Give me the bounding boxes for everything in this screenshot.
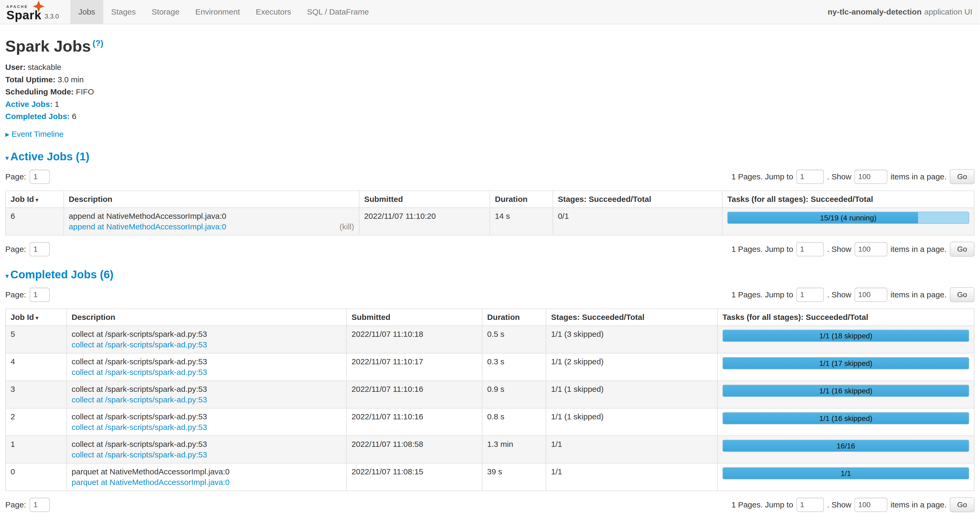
summary-uptime: Total Uptime: 3.0 min [5, 75, 974, 84]
job-description-link[interactable]: collect at /spark-scripts/spark-ad.py:53 [72, 450, 207, 459]
job-description-link[interactable]: parquet at NativeMethodAccessorImpl.java… [72, 478, 230, 487]
pages-jump-text: 1 Pages. Jump to [732, 500, 793, 509]
stages-cell: 1/1 (2 skipped) [546, 353, 718, 381]
description-cell: collect at /spark-scripts/spark-ad.py:53… [67, 436, 347, 463]
job-description-link[interactable]: append at NativeMethodAccessorImpl.java:… [69, 222, 226, 231]
completed-jobs-heading-text: Completed Jobs (6) [10, 268, 113, 281]
column-tasks[interactable]: Tasks (for all stages): Succeeded/Total [722, 191, 974, 208]
column-description[interactable]: Description [67, 309, 347, 326]
page-number-input[interactable] [30, 170, 50, 184]
tab-environment[interactable]: Environment [188, 0, 248, 24]
tab-storage[interactable]: Storage [144, 0, 188, 24]
page-label: Page: [5, 172, 26, 181]
scheduling-mode-value: FIFO [76, 87, 94, 96]
table-row: 1 collect at /spark-scripts/spark-ad.py:… [6, 436, 974, 463]
help-link[interactable]: (?) [92, 38, 103, 48]
column-tasks[interactable]: Tasks (for all stages): Succeeded/Total [718, 309, 974, 326]
go-button[interactable]: Go [950, 169, 974, 184]
event-timeline-toggle[interactable]: ▶Event Timeline [5, 130, 974, 139]
completed-jobs-count: 6 [72, 112, 76, 121]
tab-executors[interactable]: Executors [248, 0, 299, 24]
spark-ui-page: APACHE Spark 3.3.0 Jobs Stages Storage E… [0, 0, 980, 513]
table-row: 3 collect at /spark-scripts/spark-ad.py:… [6, 381, 974, 408]
job-description: append at NativeMethodAccessorImpl.java:… [69, 212, 354, 221]
progress-label: 1/1 (16 skipped) [723, 413, 969, 424]
duration-cell: 0.9 s [482, 381, 546, 408]
uptime-value: 3.0 min [58, 75, 84, 84]
table-row: 2 collect at /spark-scripts/spark-ad.py:… [6, 408, 974, 436]
pages-jump-text: 1 Pages. Jump to [732, 290, 793, 299]
page-number-input[interactable] [30, 498, 50, 512]
tasks-cell: 1/1 (16 skipped) [718, 381, 974, 408]
progress-label: 1/1 (17 skipped) [723, 358, 969, 369]
page-size-input[interactable] [854, 287, 888, 302]
column-duration[interactable]: Duration [482, 309, 546, 326]
column-stages[interactable]: Stages: Succeeded/Total [553, 191, 722, 208]
jump-to-input[interactable] [796, 498, 824, 512]
user-value: stackable [28, 63, 61, 71]
tasks-cell: 1/1 (16 skipped) [718, 408, 974, 436]
tasks-cell: 15/19 (4 running) [722, 208, 974, 235]
go-button[interactable]: Go [950, 287, 974, 302]
column-job-id[interactable]: Job Id▾ [6, 309, 67, 326]
table-header-row: Job Id▾ Description Submitted Duration S… [6, 309, 974, 326]
submitted-cell: 2022/11/07 11:10:18 [347, 326, 482, 353]
scheduling-mode-label: Scheduling Mode: [5, 87, 73, 96]
application-name: ny-tlc-anomaly-detection [827, 7, 921, 16]
collapse-down-icon: ▾ [5, 272, 9, 280]
tab-jobs[interactable]: Jobs [70, 0, 103, 24]
completed-jobs-heading[interactable]: ▾Completed Jobs (6) [5, 268, 974, 281]
duration-cell: 39 s [482, 463, 546, 491]
stages-cell: 1/1 [546, 463, 718, 491]
description-cell: collect at /spark-scripts/spark-ad.py:53… [67, 326, 347, 353]
submitted-cell: 2022/11/07 11:10:16 [347, 381, 482, 408]
jump-to-input[interactable] [796, 170, 824, 184]
job-description-link[interactable]: collect at /spark-scripts/spark-ad.py:53 [72, 423, 207, 432]
job-description-link[interactable]: collect at /spark-scripts/spark-ad.py:53 [72, 368, 207, 377]
items-text: items in a page. [891, 245, 947, 254]
stages-cell: 1/1 (1 skipped) [546, 381, 718, 408]
tab-sql-dataframe[interactable]: SQL / DataFrame [299, 0, 377, 24]
job-id-cell: 5 [6, 326, 67, 353]
jump-to-input[interactable] [796, 242, 824, 256]
sort-desc-icon: ▾ [35, 314, 38, 321]
page-size-input[interactable] [854, 498, 888, 512]
job-id-cell: 2 [6, 408, 67, 436]
active-jobs-count: 1 [55, 100, 59, 108]
column-job-id[interactable]: Job Id▾ [6, 191, 64, 208]
column-submitted[interactable]: Submitted [347, 309, 482, 326]
job-description-link[interactable]: collect at /spark-scripts/spark-ad.py:53 [72, 340, 207, 349]
job-id-cell: 4 [6, 353, 67, 381]
table-row: 4 collect at /spark-scripts/spark-ad.py:… [6, 353, 974, 381]
top-navbar: APACHE Spark 3.3.0 Jobs Stages Storage E… [0, 0, 980, 24]
go-button[interactable]: Go [950, 497, 974, 512]
submitted-cell: 2022/11/07 11:08:58 [347, 436, 482, 463]
pagination: Page: 1 Pages. Jump to . Show items in a… [5, 497, 974, 512]
go-button[interactable]: Go [950, 242, 974, 257]
show-text: . Show [827, 500, 851, 509]
column-stages[interactable]: Stages: Succeeded/Total [546, 309, 718, 326]
description-cell: collect at /spark-scripts/spark-ad.py:53… [67, 381, 347, 408]
active-jobs-link[interactable]: Active Jobs: [5, 100, 52, 108]
table-row: 6 append at NativeMethodAccessorImpl.jav… [6, 208, 974, 235]
tab-stages[interactable]: Stages [103, 0, 144, 24]
column-duration[interactable]: Duration [490, 191, 553, 208]
column-description[interactable]: Description [64, 191, 359, 208]
page-number-input[interactable] [30, 242, 50, 256]
submitted-cell: 2022/11/07 11:08:15 [347, 463, 482, 491]
spark-logo[interactable]: APACHE Spark 3.3.0 [0, 0, 63, 24]
jump-to-input[interactable] [796, 287, 824, 302]
page-size-input[interactable] [854, 170, 888, 184]
active-jobs-heading[interactable]: ▾Active Jobs (1) [5, 150, 974, 163]
pagination: Page: 1 Pages. Jump to . Show items in a… [5, 287, 974, 302]
job-description: collect at /spark-scripts/spark-ad.py:53 [72, 440, 342, 449]
column-submitted[interactable]: Submitted [359, 191, 490, 208]
job-description-link[interactable]: collect at /spark-scripts/spark-ad.py:53 [72, 395, 207, 404]
progress-label: 16/16 [723, 440, 969, 451]
page-size-input[interactable] [854, 242, 888, 256]
tasks-progress-bar: 16/16 [722, 440, 969, 452]
page-number-input[interactable] [30, 287, 50, 302]
completed-jobs-link[interactable]: Completed Jobs: [5, 112, 70, 121]
kill-job-link[interactable]: (kill) [340, 222, 354, 231]
page-label: Page: [5, 290, 26, 299]
